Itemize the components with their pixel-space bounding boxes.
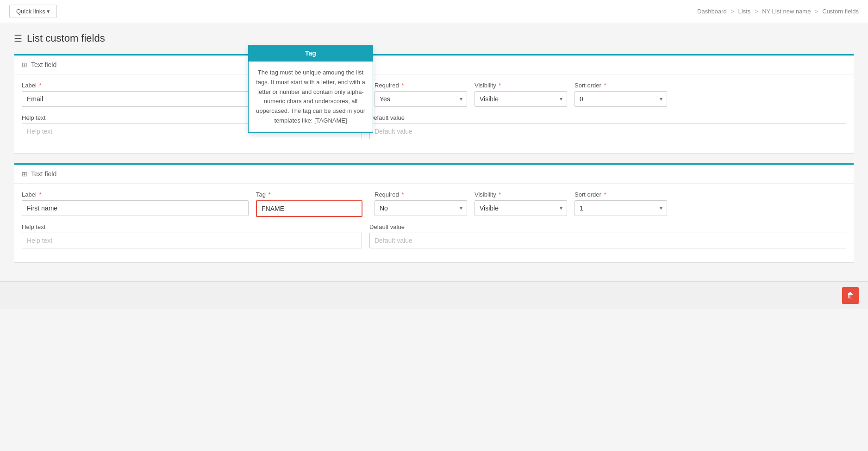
field1-sortorder-label: Sort order * xyxy=(575,82,667,89)
quick-links-button[interactable]: Quick links ▾ xyxy=(9,5,57,18)
delete-button[interactable]: 🗑 xyxy=(842,287,859,304)
field-card-1: ⊞ Text field Tag The tag must be unique … xyxy=(14,54,854,154)
field1-defaultvalue-input[interactable] xyxy=(369,124,846,139)
field1-row1: Label * Tag Required * Ye xyxy=(22,82,846,108)
field-card-2-header: ⊞ Text field xyxy=(14,163,854,184)
field2-sortorder-group: Sort order * 1 0 2 xyxy=(575,191,667,216)
field1-sortorder-select[interactable]: 0 1 2 xyxy=(575,91,667,107)
grid-icon-1: ⊞ xyxy=(22,61,27,68)
breadcrumb-dashboard[interactable]: Dashboard xyxy=(697,8,727,15)
breadcrumb-list-name[interactable]: NY List new name xyxy=(762,8,811,15)
field1-required-select-wrapper: Yes No xyxy=(375,91,467,107)
list-icon: ☰ xyxy=(14,33,22,44)
field1-visibility-select-wrapper: Visible Hidden xyxy=(475,91,567,107)
field2-defaultvalue-label: Default value xyxy=(369,223,846,230)
field1-visibility-label: Visibility * xyxy=(475,82,567,89)
field2-sortorder-select[interactable]: 1 0 2 xyxy=(575,200,667,216)
field1-defaultvalue-group: Default value xyxy=(369,114,846,139)
grid-icon-2: ⊞ xyxy=(22,170,27,178)
field1-visibility-select[interactable]: Visible Hidden xyxy=(475,91,567,107)
field2-label-input[interactable] xyxy=(22,200,249,216)
page-content: ☰ List custom fields ⊞ Text field Tag Th… xyxy=(0,23,868,281)
field2-helptext-input[interactable] xyxy=(22,233,362,248)
breadcrumb-sep-2: > xyxy=(755,8,760,15)
field2-required-label: Required * xyxy=(375,191,467,198)
page-footer: 🗑 xyxy=(0,281,868,309)
field2-visibility-group: Visibility * Visible Hidden xyxy=(475,191,567,216)
field1-row2: Help text Default value xyxy=(22,114,846,139)
breadcrumb-custom-fields: Custom fields xyxy=(822,8,859,15)
field2-defaultvalue-group: Default value xyxy=(369,223,846,248)
field1-required-group: Required * Yes No xyxy=(375,82,467,107)
field2-visibility-label: Visibility * xyxy=(475,191,567,198)
field1-label-input[interactable] xyxy=(22,91,249,107)
field-card-1-title: Text field xyxy=(31,61,56,68)
page-title: ☰ List custom fields xyxy=(14,32,854,44)
field2-sortorder-label: Sort order * xyxy=(575,191,667,198)
field2-label-group: Label * xyxy=(22,191,249,216)
field2-visibility-select-wrapper: Visible Hidden xyxy=(475,200,567,216)
breadcrumb-sep-3: > xyxy=(815,8,820,15)
field1-required-label: Required * xyxy=(375,82,467,89)
trash-icon: 🗑 xyxy=(847,291,854,300)
breadcrumb-lists[interactable]: Lists xyxy=(738,8,751,15)
tooltip-header: Tag xyxy=(249,45,373,62)
field2-helptext-group: Help text xyxy=(22,223,362,248)
field2-row1: Label * Tag * Required * xyxy=(22,191,846,217)
field2-sortorder-select-wrapper: 1 0 2 xyxy=(575,200,667,216)
field2-required-select[interactable]: No Yes xyxy=(375,200,467,216)
field2-helptext-label: Help text xyxy=(22,223,362,230)
breadcrumb-sep-1: > xyxy=(731,8,736,15)
field1-defaultvalue-label: Default value xyxy=(369,114,846,121)
field-card-2: ⊞ Text field Label * Tag * xyxy=(14,163,854,263)
field1-label-group: Label * xyxy=(22,82,249,107)
field-card-2-title: Text field xyxy=(31,170,56,178)
tag-tooltip: Tag The tag must be unique amoung the li… xyxy=(248,45,373,133)
field1-sortorder-select-wrapper: 0 1 2 xyxy=(575,91,667,107)
field-card-1-header: ⊞ Text field xyxy=(14,54,854,74)
field1-required-select[interactable]: Yes No xyxy=(375,91,467,107)
field-card-1-body: Tag The tag must be unique amoung the li… xyxy=(14,74,854,153)
field2-tag-group: Tag * xyxy=(256,191,367,217)
breadcrumb: Dashboard > Lists > NY List new name > C… xyxy=(697,8,859,15)
field2-tag-label: Tag * xyxy=(256,191,367,198)
tooltip-body: The tag must be unique amoung the list t… xyxy=(249,62,373,132)
field2-required-group: Required * No Yes xyxy=(375,191,467,216)
field-card-2-body: Label * Tag * Required * xyxy=(14,184,854,262)
field2-required-select-wrapper: No Yes xyxy=(375,200,467,216)
field1-visibility-group: Visibility * Visible Hidden xyxy=(475,82,567,107)
field1-label-label: Label * xyxy=(22,82,249,89)
field2-row2: Help text Default value xyxy=(22,223,846,248)
quick-links-label: Quick links ▾ xyxy=(16,8,50,15)
field2-visibility-select[interactable]: Visible Hidden xyxy=(475,200,567,216)
field2-tag-input[interactable] xyxy=(256,200,362,217)
field2-label-label: Label * xyxy=(22,191,249,198)
top-bar: Quick links ▾ Dashboard > Lists > NY Lis… xyxy=(0,0,868,23)
field2-defaultvalue-input[interactable] xyxy=(369,233,846,248)
field1-sortorder-group: Sort order * 0 1 2 xyxy=(575,82,667,107)
